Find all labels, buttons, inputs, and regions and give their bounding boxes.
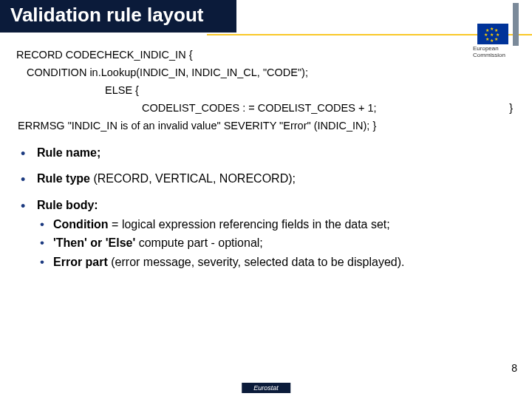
code-block: RECORD CODECHECK_INDIC_IN { CONDITION in… [16, 49, 516, 132]
slide-title: Validation rule layout [10, 4, 226, 27]
bullet-text: (error message, severity, selected data … [108, 256, 405, 268]
code-text: CODELIST_CODES : = CODELIST_CODES + 1; [142, 102, 377, 114]
bullet-bold: Rule name; [37, 146, 100, 159]
logo-line1: European [473, 45, 499, 52]
code-line: CONDITION in.Lookup(INDIC_IN, INDIC_IN_C… [27, 66, 516, 78]
ec-logo: European Commission [460, 3, 519, 59]
logo-column-icon [513, 3, 519, 46]
title-bar: Validation rule layout [0, 0, 236, 33]
list-item: Rule name; [16, 145, 516, 161]
list-item: Condition = logical expression referenci… [37, 216, 516, 233]
code-line: CODELIST_CODES : = CODELIST_CODES + 1; } [142, 102, 516, 114]
bullet-list: Rule name; Rule type (RECORD, VERTICAL, … [16, 145, 516, 270]
bullet-bold: Condition [53, 218, 109, 231]
footer-label: Eurostat [242, 383, 290, 393]
sub-list: Condition = logical expression referenci… [37, 216, 516, 270]
list-item: Rule type (RECORD, VERTICAL, NORECORD); [16, 171, 516, 187]
code-line: ERRMSG "INDIC_IN is of an invalid value"… [18, 120, 516, 132]
bullet-text: = logical expression referencing fields … [109, 218, 390, 231]
page-number: 8 [511, 362, 517, 374]
list-item: Rule body: Condition = logical expressio… [16, 197, 516, 270]
logo-line2: Commission [473, 52, 505, 58]
bullet-text: (RECORD, VERTICAL, NORECORD); [90, 172, 296, 185]
eu-flag-icon [477, 24, 508, 44]
bullet-bold: Rule type [37, 172, 90, 185]
code-brace: } [509, 102, 513, 114]
code-line: ELSE { [105, 84, 516, 96]
code-line: RECORD CODECHECK_INDIC_IN { [16, 49, 516, 61]
slide-content: RECORD CODECHECK_INDIC_IN { CONDITION in… [0, 35, 532, 288]
list-item: 'Then' or 'Else' compute part - optional… [37, 235, 516, 251]
bullet-text: compute part - optional; [135, 236, 263, 249]
logo-label: European Commission [473, 46, 505, 59]
bullet-bold: Error part [53, 256, 108, 268]
bullet-bold: 'Then' or 'Else' [53, 236, 135, 249]
list-item: Error part (error message, severity, sel… [37, 254, 516, 270]
bullet-bold: Rule body: [37, 199, 98, 211]
